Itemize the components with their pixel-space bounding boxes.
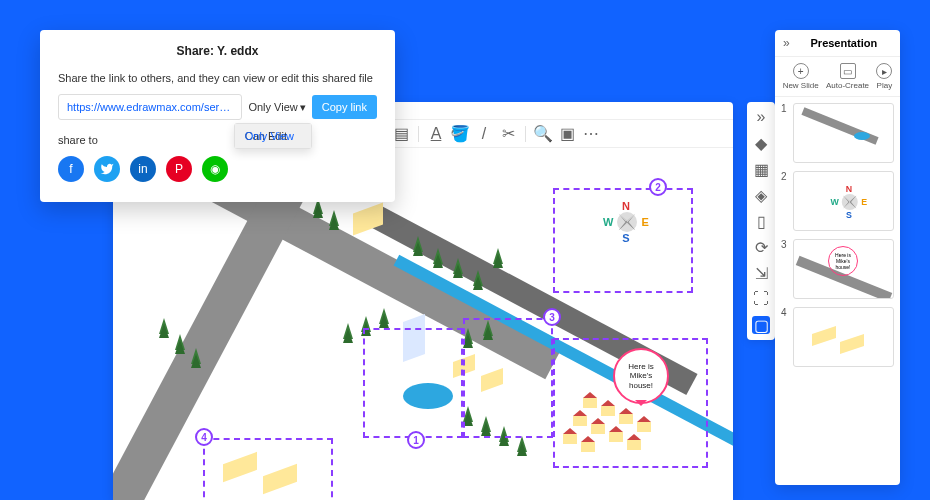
play-icon: ▸: [876, 63, 892, 79]
compass-e: E: [641, 216, 648, 228]
permission-select[interactable]: Only View▾ Only View Can Edit: [248, 101, 305, 114]
fullscreen-icon[interactable]: ⛶: [752, 290, 770, 308]
linkedin-icon[interactable]: in: [130, 156, 156, 182]
table-icon[interactable]: ▤: [394, 127, 408, 141]
layout-icon[interactable]: ▣: [560, 127, 574, 141]
compass-rose-icon: [617, 212, 637, 232]
crop-icon[interactable]: ✂: [501, 127, 515, 141]
social-buttons: f in P ◉: [58, 156, 377, 182]
slide-thumb: Here is Mike's house!: [793, 239, 894, 299]
line-icon[interactable]: /: [477, 127, 491, 141]
line-icon[interactable]: ◉: [202, 156, 228, 182]
facebook-icon[interactable]: f: [58, 156, 84, 182]
slide-item[interactable]: 1: [781, 103, 894, 163]
slides-list: 1 2NWES 3Here is Mike's house! 4: [775, 97, 900, 485]
search-icon[interactable]: 🔍: [536, 127, 550, 141]
font-icon[interactable]: A: [429, 127, 443, 141]
compass: N W E S: [603, 200, 649, 244]
auto-create-button[interactable]: ▭Auto-Create: [826, 63, 869, 90]
permission-dropdown: Only View Can Edit: [234, 123, 312, 149]
marker-3[interactable]: 3: [543, 308, 561, 326]
page-icon[interactable]: ▯: [752, 212, 770, 230]
presentation-icon[interactable]: ▢: [752, 316, 770, 334]
compass-w: W: [603, 216, 613, 228]
slide-item[interactable]: 3Here is Mike's house!: [781, 239, 894, 299]
marker-4[interactable]: 4: [195, 428, 213, 446]
selection-4[interactable]: [203, 438, 333, 500]
chevron-down-icon: ▾: [300, 101, 306, 114]
side-toolbar: » ◆ ▦ ◈ ▯ ⟳ ⇲ ⛶ ▢: [747, 102, 775, 340]
compass-n: N: [622, 200, 630, 212]
share-to-label: share to: [58, 134, 377, 146]
dialog-description: Share the link to others, and they can v…: [58, 72, 377, 84]
history-icon[interactable]: ⟳: [752, 238, 770, 256]
dialog-title: Share: Y. eddx: [58, 44, 377, 58]
share-url-input[interactable]: https://www.edrawmax.com/server...: [58, 94, 242, 120]
slide-item[interactable]: 4: [781, 307, 894, 367]
collapse-icon[interactable]: »: [752, 108, 770, 126]
presentation-panel: » Presentation +New Slide ▭Auto-Create ▸…: [775, 30, 900, 485]
collapse-icon[interactable]: »: [783, 36, 790, 50]
marker-2[interactable]: 2: [649, 178, 667, 196]
slide-thumb: [793, 307, 894, 367]
screen-icon: ▭: [840, 63, 856, 79]
fill-icon[interactable]: 🪣: [453, 127, 467, 141]
twitter-icon[interactable]: [94, 156, 120, 182]
share-dialog: Share: Y. eddx Share the link to others,…: [40, 30, 395, 202]
copy-link-button[interactable]: Copy link: [312, 95, 377, 119]
option-only-view[interactable]: Only View: [235, 124, 304, 148]
plus-icon: +: [793, 63, 809, 79]
play-button[interactable]: ▸Play: [876, 63, 892, 90]
selection-3[interactable]: [463, 318, 553, 438]
marker-1[interactable]: 1: [407, 431, 425, 449]
selection-1[interactable]: [363, 328, 463, 438]
slide-thumb: NWES: [793, 171, 894, 231]
layers-icon[interactable]: ◈: [752, 186, 770, 204]
panel-title: Presentation: [796, 37, 892, 49]
slide-item[interactable]: 2NWES: [781, 171, 894, 231]
callout-bubble[interactable]: Here is Mike's house!: [613, 348, 669, 404]
slide-thumb: [793, 103, 894, 163]
grid-icon[interactable]: ▦: [752, 160, 770, 178]
compass-s: S: [622, 232, 629, 244]
paint-icon[interactable]: ◆: [752, 134, 770, 152]
export-icon[interactable]: ⇲: [752, 264, 770, 282]
pinterest-icon[interactable]: P: [166, 156, 192, 182]
more-icon[interactable]: ⋯: [584, 127, 598, 141]
new-slide-button[interactable]: +New Slide: [783, 63, 819, 90]
